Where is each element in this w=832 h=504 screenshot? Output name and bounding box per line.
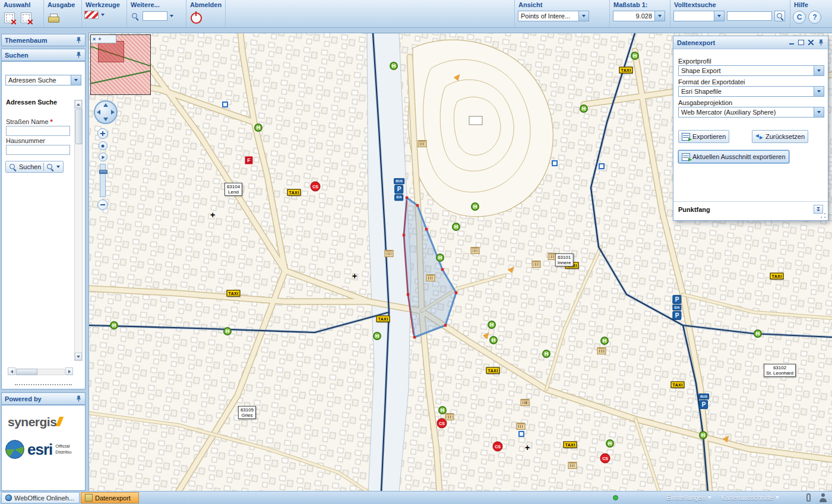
menu-weitere[interactable]: Weitere... <box>131 1 160 8</box>
map-marker-bluesq[interactable] <box>222 102 228 107</box>
overview-move-icon[interactable]: + <box>98 36 101 42</box>
exportprofil-dropdown-button[interactable] <box>814 66 824 75</box>
map-marker-h[interactable]: H <box>488 321 496 329</box>
format-select[interactable]: Esri Shapefile <box>678 86 824 97</box>
datenexport-titlebar[interactable]: Datenexport <box>673 36 828 49</box>
overview-map-body[interactable] <box>91 35 150 94</box>
map-marker-h[interactable]: H <box>631 52 639 60</box>
map-marker-museum[interactable] <box>532 261 541 268</box>
minimize-icon[interactable] <box>789 40 794 45</box>
zoom-in-button[interactable] <box>97 128 108 139</box>
tab-weboffice-online[interactable]: WebOffice Onlineh... <box>1 492 80 503</box>
menu-abmelden[interactable]: Abmelden <box>190 1 222 8</box>
pin-icon[interactable] <box>75 37 82 43</box>
map-marker-cs[interactable]: CS <box>311 182 321 192</box>
close-icon[interactable] <box>808 40 814 45</box>
overview-close-icon[interactable]: × <box>93 36 96 42</box>
user-icon[interactable] <box>819 493 827 502</box>
map-marker-taxi[interactable]: TAXI <box>670 382 684 388</box>
remove-selection-button[interactable] <box>19 11 33 25</box>
map-marker-pstack[interactable]: BUSP <box>698 394 709 409</box>
werkzeuge-dropdown-icon[interactable] <box>101 14 105 16</box>
map-marker-h[interactable]: H <box>699 431 707 439</box>
pan-north-icon[interactable] <box>103 103 108 107</box>
ansicht-dropdown-button[interactable] <box>578 11 589 21</box>
map-marker-h[interactable]: H <box>606 439 614 448</box>
map-marker-cross[interactable]: + <box>525 443 530 452</box>
menu-auswahl[interactable]: Auswahl <box>4 1 30 8</box>
map-marker-h[interactable]: H <box>110 321 118 329</box>
map-marker-cs[interactable]: CS <box>600 454 610 464</box>
map-marker-h[interactable]: H <box>489 336 498 344</box>
search-mode-dropdown-button[interactable] <box>71 75 81 85</box>
map-marker-taxi[interactable]: TAXI <box>287 189 300 196</box>
print-button[interactable] <box>46 11 61 25</box>
zuruecksetzen-button[interactable]: Zurücksetzen <box>752 130 808 143</box>
volltextsuche-dropdown-button[interactable] <box>714 11 724 21</box>
map-marker-bluesq[interactable] <box>599 163 605 169</box>
hausnummer-input[interactable] <box>6 145 70 155</box>
pin-icon[interactable] <box>75 52 82 58</box>
overview-extent-box[interactable] <box>98 41 124 62</box>
map-marker-h[interactable]: H <box>254 123 262 132</box>
map-marker-cross[interactable]: + <box>210 211 215 219</box>
exportprofil-select[interactable]: Shape Export <box>678 65 824 76</box>
map-marker-museum[interactable] <box>426 274 435 281</box>
scroll-down-button[interactable] <box>75 353 82 360</box>
exportieren-button[interactable]: Exportieren <box>678 130 729 143</box>
map-marker-h[interactable]: H <box>452 223 460 231</box>
map-marker-museum[interactable] <box>385 250 394 257</box>
pan-control[interactable] <box>94 100 118 124</box>
map-marker-taxi[interactable]: TAXI <box>376 316 390 322</box>
volltextsuche-search-button[interactable] <box>774 11 785 21</box>
map-marker-pstack[interactable]: BUSPE/A <box>394 178 404 201</box>
map-marker-taxi[interactable]: TAXI <box>619 67 632 74</box>
projektion-dropdown-button[interactable] <box>814 107 824 117</box>
logout-button[interactable] <box>189 11 203 25</box>
map-marker-h[interactable]: H <box>542 350 551 358</box>
refresh-button[interactable]: C <box>793 11 806 24</box>
map-marker-museum[interactable] <box>521 399 530 406</box>
zoom-slider[interactable] <box>100 164 106 197</box>
ausschnitt-export-button[interactable]: Aktuellen Ausschnitt exportieren <box>678 150 789 163</box>
map-marker-cross[interactable]: + <box>352 272 357 280</box>
pan-west-icon[interactable] <box>97 110 100 115</box>
map-marker-bluesq[interactable] <box>518 431 524 437</box>
zoom-tool-button[interactable] <box>129 11 140 21</box>
map-marker-h[interactable]: H <box>471 202 479 211</box>
map-marker-h[interactable]: H <box>373 332 381 340</box>
powered-by-header[interactable]: Powered by <box>1 392 86 405</box>
attachment-icon[interactable] <box>806 493 811 502</box>
menu-ausgabe[interactable]: Ausgabe <box>48 1 75 8</box>
scroll-right-button[interactable] <box>65 367 73 375</box>
zoom-next-extent-button[interactable] <box>99 153 107 161</box>
map-marker-museum[interactable] <box>445 413 454 420</box>
synergis-logo[interactable]: synergis <box>8 415 62 429</box>
clear-selection-button[interactable] <box>2 11 17 25</box>
suchen-button[interactable]: Suchen <box>5 161 64 173</box>
map-marker-museum[interactable] <box>517 423 526 430</box>
map-marker-h[interactable]: H <box>223 327 232 335</box>
map-marker-h[interactable]: H <box>600 337 609 345</box>
map-marker-museum[interactable] <box>597 347 606 354</box>
suchen-header[interactable]: Suchen <box>1 49 86 61</box>
pan-south-icon[interactable] <box>103 118 108 121</box>
map-marker-museum[interactable] <box>471 247 480 254</box>
map-marker-arrow[interactable] <box>723 434 732 443</box>
map-marker-taxi[interactable]: TAXI <box>226 290 240 297</box>
zoom-out-button[interactable] <box>97 199 108 210</box>
themenbaum-header[interactable]: Themenbaum <box>1 34 86 46</box>
map-marker-taxi[interactable]: TAXI <box>486 367 499 374</box>
horizontal-scroll-thumb[interactable] <box>16 369 37 375</box>
overview-map[interactable]: × + <box>90 34 151 95</box>
kartenausschnitte-menu[interactable]: Kartenausschnitte <box>721 494 779 501</box>
einstellungen-menu[interactable]: Einstellungen <box>666 494 711 501</box>
weitere-input[interactable] <box>143 11 167 21</box>
projektion-select[interactable]: Web Mercator (Auxiliary Sphere) <box>678 107 824 118</box>
zoom-full-extent-button[interactable] <box>99 141 107 150</box>
map-marker-arrow[interactable] <box>508 265 517 274</box>
pin-icon[interactable] <box>75 395 82 402</box>
scroll-up-button[interactable] <box>75 100 82 108</box>
search-mode-select[interactable]: Adressen Suche <box>5 75 81 85</box>
panel-resize-handle[interactable] <box>15 384 72 385</box>
